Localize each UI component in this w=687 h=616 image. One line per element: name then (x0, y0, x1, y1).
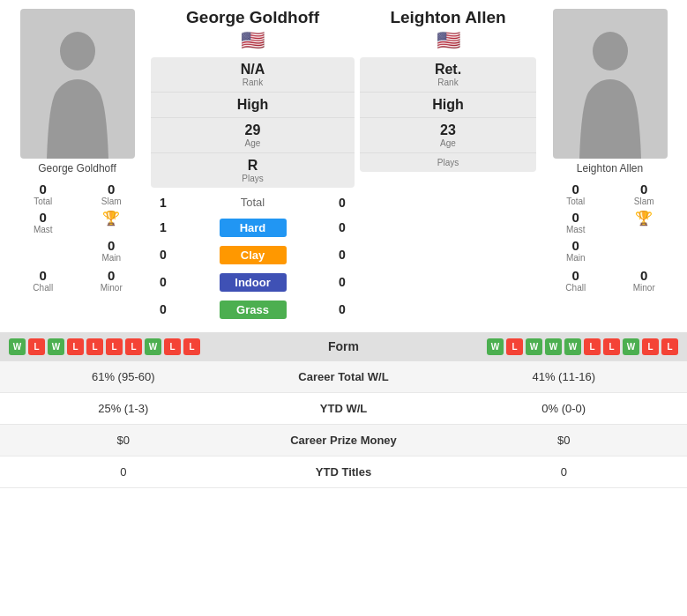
player2-main-lbl: Main (566, 253, 586, 263)
player2-trophy-icon: 🏆 (635, 210, 653, 226)
high-val: High (237, 97, 269, 113)
player1-minor-lbl: Minor (101, 283, 123, 293)
p2-plays-lbl: Plays (437, 158, 459, 167)
stats-row-center: YTD Titles (247, 456, 441, 487)
clay-p2: 0 (335, 248, 349, 262)
p2-age-row: 23 Age (360, 118, 536, 153)
form-row: WLWLLLLWLL Form WLWWWLLWLL (0, 332, 687, 361)
age-row: 29 Age (151, 118, 355, 153)
player2-minor-lbl: Minor (633, 283, 655, 293)
player2-stats: 0 Total 0 Slam 0 Mast 🏆 0 Main (541, 180, 678, 264)
form-badge: W (48, 338, 64, 355)
p2-age-lbl: Age (440, 138, 456, 148)
form-badge: L (164, 338, 181, 355)
player1-main-val: 0 (108, 238, 115, 253)
player2-form-badges: WLWWWLLWLL (487, 338, 678, 355)
grass-p2: 0 (335, 302, 349, 316)
form-badge: W (545, 338, 562, 355)
form-badge: L (183, 338, 200, 355)
form-badge: L (661, 338, 678, 355)
player1-avatar (20, 9, 135, 159)
player1-stats: 0 Total 0 Slam 0 Mast 🏆 0 Main (9, 180, 146, 264)
player2-minor-val: 0 (640, 268, 647, 283)
player2-main-box: 0 Main (541, 236, 610, 264)
stats-row-left: $0 (0, 425, 247, 456)
rank-row: N/A Rank (151, 57, 355, 93)
form-badge: L (506, 338, 523, 355)
player1-mast-box: 0 Mast (9, 208, 78, 236)
form-badge: L (603, 338, 620, 355)
player2-mast-val: 0 (572, 210, 579, 225)
player2-chall-box: 0 Chall (541, 266, 610, 294)
form-badge: L (125, 338, 142, 355)
player1-total-box: 0 Total (9, 180, 78, 208)
indoor-p1: 0 (156, 275, 170, 289)
age-lbl: Age (245, 138, 261, 148)
form-badge: L (584, 338, 601, 355)
stats-row: 25% (1-3) YTD W/L 0% (0-0) (0, 393, 687, 425)
form-badge: W (623, 338, 639, 355)
player2-stats-row2: 0 Chall 0 Minor (541, 266, 678, 294)
clay-row: 0 Clay 0 (151, 241, 355, 269)
grass-p1: 0 (156, 302, 170, 316)
hard-row: 1 Hard 0 (151, 214, 355, 241)
grass-row: 0 Grass 0 (151, 296, 355, 323)
hard-badge: Hard (220, 219, 287, 237)
form-badge: W (9, 338, 26, 355)
form-badge: L (67, 338, 84, 355)
player2-slam-val: 0 (640, 182, 647, 197)
svg-point-1 (593, 32, 628, 71)
stats-row-center: Career Prize Money (247, 425, 441, 456)
p2-rank-val: Ret. (435, 62, 461, 78)
player1-main-lbl: Main (101, 253, 121, 263)
player1-chall-val: 0 (40, 268, 47, 283)
player1-name-label: George Goldhoff (38, 162, 116, 174)
player1-flag: 🇺🇸 (241, 29, 265, 52)
hard-p2: 0 (335, 220, 349, 234)
stats-row-right: 41% (11-16) (441, 361, 688, 392)
stats-row: 0 YTD Titles 0 (0, 456, 687, 488)
clay-p1: 0 (156, 248, 170, 262)
form-badge: W (564, 338, 581, 355)
player2-total-lbl: Total (566, 197, 585, 206)
rank-val: N/A (241, 62, 265, 78)
form-badge: W (526, 338, 542, 355)
player2-block: Leighton Allen 0 Total 0 Slam 0 Mast 🏆 (541, 9, 678, 323)
p2-high-row: High (360, 93, 536, 118)
plays-row: R Plays (151, 153, 355, 188)
indoor-badge: Indoor (220, 273, 287, 292)
p2-plays-row: Plays (360, 153, 536, 172)
player2-slam-box: 0 Slam (610, 180, 679, 208)
player1-form-badges: WLWLLLLWLL (9, 338, 200, 355)
total-row: 1 Total 0 (151, 191, 355, 214)
p2-rank-row: Ret. Rank (360, 57, 536, 93)
player2-chall-lbl: Chall (565, 283, 586, 293)
player1-full-name: George Goldhoff (186, 9, 319, 27)
player2-chall-val: 0 (572, 268, 579, 283)
player2-name-label: Leighton Allen (577, 162, 643, 174)
age-val: 29 (245, 122, 261, 138)
player2-total-box: 0 Total (541, 180, 610, 208)
middle-block: George Goldhoff 🇺🇸 N/A Rank High 29 Age … (151, 9, 355, 323)
player2-full-name: Leighton Allen (390, 9, 505, 27)
player1-trophy-icon: 🏆 (102, 210, 120, 226)
clay-badge: Clay (220, 246, 287, 264)
player1-slam-box: 0 Slam (78, 180, 146, 208)
total-label: Total (241, 196, 265, 209)
player2-total-val: 0 (572, 182, 579, 197)
player1-trophy-box: 🏆 (78, 208, 146, 236)
p2-age-val: 23 (440, 122, 456, 138)
stats-row-left: 0 (0, 456, 247, 487)
svg-point-0 (60, 32, 95, 71)
player1-minor-val: 0 (108, 268, 115, 283)
data-rows: 61% (95-60) Career Total W/L 41% (11-16)… (0, 361, 687, 488)
player2-center-block: Leighton Allen 🇺🇸 Ret. Rank High 23 Age … (360, 9, 536, 323)
p2-high-val: High (432, 97, 464, 113)
player2-slam-lbl: Slam (634, 197, 654, 206)
form-badge: W (145, 338, 161, 355)
player1-slam-val: 0 (108, 182, 115, 197)
form-badge: L (642, 338, 659, 355)
player1-mast-val: 0 (40, 210, 47, 225)
hard-p1: 1 (156, 220, 170, 234)
player1-main-box: 0 Main (78, 236, 146, 264)
